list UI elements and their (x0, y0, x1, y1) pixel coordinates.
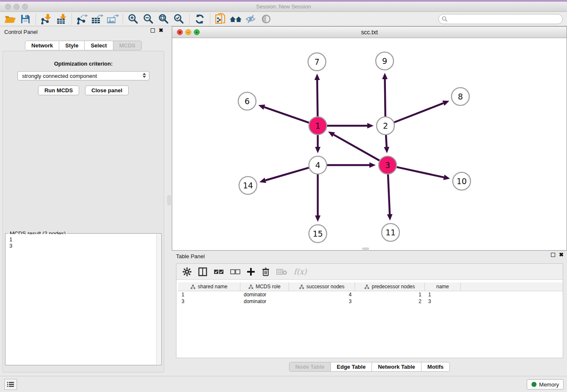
edge-4-14[interactable] (265, 168, 309, 180)
toolbar-separator (189, 14, 190, 25)
column-header-MCDS-role[interactable]: MCDS role (240, 282, 289, 291)
edge-1-7[interactable] (317, 80, 318, 116)
network-scroll-grip[interactable] (362, 248, 369, 250)
arrowhead-1-4 (315, 147, 321, 153)
column-type-icon (190, 284, 195, 289)
zoom-in-button[interactable] (126, 13, 141, 25)
table-row[interactable]: 3dominator323 (178, 298, 563, 305)
panel-splitter[interactable] (167, 26, 172, 376)
select-all-rows-button[interactable] (214, 266, 224, 277)
run-mcds-button[interactable]: Run MCDS (38, 86, 79, 95)
arrowhead-3-11 (387, 214, 393, 221)
column-type-icon (248, 284, 253, 289)
tab-motifs[interactable]: Motifs (421, 362, 450, 372)
column-header-predecessor-nodes[interactable]: predecessor nodes (355, 282, 425, 291)
import-table-icon (56, 14, 67, 25)
tab-select[interactable]: Select (85, 41, 113, 50)
open-session-button[interactable] (3, 13, 18, 25)
close-table-panel-icon[interactable]: ✖ (559, 253, 564, 257)
float-table-panel-icon[interactable] (551, 253, 555, 257)
show-all-button[interactable] (259, 13, 274, 25)
table-panel: Table Panel ✖ (172, 251, 567, 376)
mcds-result-list[interactable]: 1 3 (6, 234, 161, 364)
tab-style[interactable]: Style (59, 41, 85, 50)
table-cell[interactable]: dominator (240, 291, 289, 298)
delete-column-button[interactable] (261, 266, 270, 277)
table-cell[interactable]: 3 (289, 298, 355, 305)
edge-3-1[interactable] (333, 135, 379, 160)
criterion-select[interactable]: strongly connected component (17, 71, 149, 80)
network-file-button[interactable] (213, 13, 228, 25)
export-table-button[interactable] (90, 13, 105, 25)
memory-button[interactable]: Memory (527, 379, 564, 389)
task-history-button[interactable] (4, 379, 17, 390)
export-network-button[interactable] (74, 13, 90, 25)
column-header-name[interactable]: name (425, 282, 461, 291)
table-cell[interactable]: 4 (289, 291, 355, 298)
tab-network-table[interactable]: Network Table (372, 362, 421, 372)
float-panel-icon[interactable] (151, 28, 155, 33)
refresh-icon (194, 14, 205, 25)
import-table-button[interactable] (54, 13, 69, 25)
tab-mcds[interactable]: MCDS (113, 41, 142, 50)
mcds-result-box: MCDS result (2 nodes) 1 3 (5, 233, 162, 365)
zoom-fit-button[interactable] (156, 13, 171, 25)
table-cell[interactable]: 1 (355, 291, 425, 298)
zoom-selected-button[interactable] (171, 13, 187, 25)
zoom-out-button[interactable] (141, 13, 156, 25)
table-cell[interactable]: 2 (355, 298, 425, 305)
table-cell[interactable]: 3 (178, 298, 240, 305)
arrowhead-2-8 (443, 101, 449, 106)
first-neighbors-button[interactable] (228, 13, 243, 25)
export-image-button[interactable] (105, 13, 120, 25)
network-window-titlebar[interactable]: ✕ − + scc.txt (172, 27, 567, 38)
splitter-grip[interactable] (168, 196, 171, 205)
save-session-button[interactable] (18, 13, 33, 25)
table-cell[interactable]: 3 (425, 298, 461, 305)
show-columns-button[interactable] (198, 266, 207, 277)
edge-2-9[interactable] (385, 79, 385, 116)
import-network-button[interactable] (39, 13, 54, 25)
fx-icon: f(x) (294, 267, 307, 276)
delete-table-button[interactable] (276, 266, 287, 277)
edge-2-3[interactable] (386, 135, 387, 147)
trash-icon (261, 267, 270, 276)
edge-3-11[interactable] (388, 174, 390, 214)
column-label: name (436, 284, 449, 290)
clear-selection-button[interactable] (230, 266, 240, 277)
table-settings-button[interactable] (182, 266, 192, 277)
column-label: MCDS role (256, 284, 281, 290)
node-label-2: 2 (383, 121, 388, 130)
hide-selected-button[interactable] (243, 13, 259, 25)
zoom-in-icon (128, 14, 139, 25)
search-input[interactable] (438, 14, 563, 24)
column-header-shared-name[interactable]: shared name (178, 282, 240, 291)
edge-3-10[interactable] (396, 167, 443, 177)
tab-network[interactable]: Network (25, 41, 59, 50)
column-label: successor nodes (306, 284, 344, 290)
result-scrollbar[interactable] (156, 234, 161, 364)
edge-2-8[interactable] (394, 103, 443, 122)
create-column-button[interactable] (247, 266, 255, 277)
node-table-container: f(x) shared nameMCDS rolesuccessor nodes… (176, 263, 563, 358)
column-type-icon (364, 284, 369, 289)
tab-node-table[interactable]: Node Table (289, 362, 331, 372)
table-cell[interactable]: 1 (425, 291, 461, 298)
node-label-15: 15 (313, 229, 323, 238)
function-builder-button[interactable]: f(x) (294, 266, 307, 277)
refresh-view-button[interactable] (192, 13, 207, 25)
arrowhead-3-10 (443, 175, 450, 180)
toolbar-separator (36, 14, 36, 25)
table-cell[interactable]: dominator (240, 298, 289, 305)
close-panel-button[interactable]: Close panel (85, 86, 129, 95)
network-canvas[interactable]: 7968124314101511 (172, 38, 567, 250)
column-header-successor-nodes[interactable]: successor nodes (289, 282, 355, 291)
column-type-icon (299, 284, 304, 289)
table-cell[interactable]: 1 (178, 291, 240, 298)
tab-edge-table[interactable]: Edge Table (331, 362, 372, 372)
optimization-criterion-label: Optimization criterion: (3, 61, 164, 67)
node-label-9: 9 (382, 56, 387, 66)
table-row[interactable]: 1dominator411 (178, 291, 563, 298)
close-panel-icon[interactable]: ✖ (159, 28, 163, 33)
edge-1-6[interactable] (264, 107, 309, 123)
